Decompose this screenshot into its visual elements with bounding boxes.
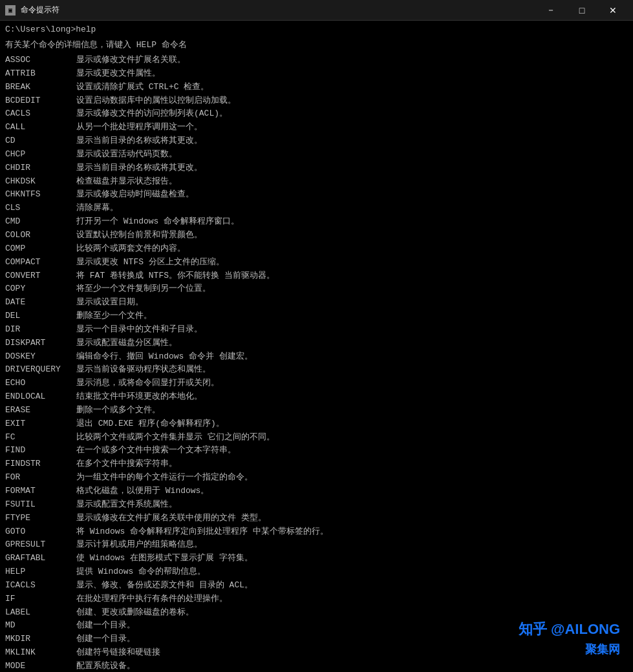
- table-row: ASSOC显示或修改文件扩展名关联。: [5, 54, 628, 67]
- cmd-name-cell: MKLINK: [5, 646, 76, 660]
- cmd-name-cell: COMPACT: [5, 256, 76, 269]
- cmd-desc-cell: 显示计算机或用户的组策略信息。: [76, 538, 628, 552]
- cmd-desc-cell: 显示或更改 NTFS 分区上文件的压缩。: [76, 256, 628, 269]
- cmd-desc-cell: 显示当前设备驱动程序状态和属性。: [76, 363, 628, 377]
- table-row: CHDIR显示当前目录的名称或将其更改。: [5, 162, 628, 175]
- cmd-name-cell: FC: [5, 431, 76, 445]
- cmd-name-cell: DRIVERQUERY: [5, 363, 76, 377]
- cmd-desc-cell: 显示或修改文件的访问控制列表(ACL)。: [76, 107, 628, 121]
- cmd-name-cell: COPY: [5, 282, 76, 296]
- cmd-desc-cell: 显示或配置文件系统属性。: [76, 498, 628, 512]
- title-bar-left: ▣ 命令提示符: [5, 5, 59, 16]
- cmd-desc-cell: 提供 Windows 命令的帮助信息。: [76, 565, 628, 579]
- table-row: DISKPART显示或配置磁盘分区属性。: [5, 337, 628, 350]
- cmd-desc-cell: 显示当前目录的名称或将其更改。: [76, 162, 628, 175]
- table-row: CHCP显示或设置活动代码页数。: [5, 148, 628, 162]
- table-row: CMD打开另一个 Windows 命令解释程序窗口。: [5, 215, 628, 229]
- cmd-name-cell: ATTRIB: [5, 67, 76, 81]
- maximize-button[interactable]: □: [567, 0, 597, 21]
- cmd-name-cell: MODE: [5, 660, 76, 672]
- cmd-desc-cell: 设置默认控制台前景和背景颜色。: [76, 229, 628, 242]
- table-row: FTYPE显示或修改在文件扩展名关联中使用的文件 类型。: [5, 512, 628, 525]
- cmd-name-cell: GPRESULT: [5, 538, 76, 552]
- cmd-name-cell: CHDIR: [5, 162, 76, 175]
- table-row: ECHO显示消息，或将命令回显打开或关闭。: [5, 377, 628, 390]
- table-row: GPRESULT显示计算机或用户的组策略信息。: [5, 538, 628, 552]
- cmd-name-cell: MD: [5, 619, 76, 633]
- cmd-name-cell: ASSOC: [5, 54, 76, 67]
- cmd-desc-cell: 将 FAT 卷转换成 NTFS。你不能转换 当前驱动器。: [76, 269, 628, 283]
- table-row: GRAFTABL使 Windows 在图形模式下显示扩展 字符集。: [5, 552, 628, 565]
- minimize-button[interactable]: －: [536, 0, 566, 21]
- cmd-name-cell: BCDEDIT: [5, 94, 76, 108]
- cmd-name-cell: FINDSTR: [5, 457, 76, 471]
- close-button[interactable]: ✕: [598, 0, 628, 21]
- table-row: CLS清除屏幕。: [5, 202, 628, 215]
- cmd-desc-cell: 格式化磁盘，以便用于 Windows。: [76, 485, 628, 498]
- cmd-desc-cell: 显示或设置活动代码页数。: [76, 148, 628, 162]
- cmd-desc-cell: 在一个或多个文件中搜索一个文本字符串。: [76, 444, 628, 457]
- cmd-name-cell: ERASE: [5, 404, 76, 417]
- cmd-desc-cell: 使 Windows 在图形模式下显示扩展 字符集。: [76, 552, 628, 565]
- table-row: COLOR设置默认控制台前景和背景颜色。: [5, 229, 628, 242]
- cmd-desc-cell: 比较两个文件或两个文件集并显示 它们之间的不同。: [76, 431, 628, 445]
- cmd-name-cell: ENDLOCAL: [5, 390, 76, 404]
- table-row: GOTO将 Windows 命令解释程序定向到批处理程序 中某个带标签的行。: [5, 525, 628, 539]
- cmd-name-cell: CLS: [5, 202, 76, 215]
- table-row: ERASE删除一个或多个文件。: [5, 404, 628, 417]
- cmd-name-cell: IF: [5, 593, 76, 606]
- prompt-line: C:\Users\long>help: [5, 23, 628, 36]
- table-row: COMPACT显示或更改 NTFS 分区上文件的压缩。: [5, 256, 628, 269]
- table-row: MODE配置系统设备。: [5, 660, 628, 672]
- cmd-name-cell: FOR: [5, 471, 76, 485]
- table-row: CACLS显示或修改文件的访问控制列表(ACL)。: [5, 107, 628, 121]
- table-row: CHKDSK检查磁盘并显示状态报告。: [5, 175, 628, 189]
- table-row: ATTRIB显示或更改文件属性。: [5, 67, 628, 81]
- cmd-name-cell: ECHO: [5, 377, 76, 390]
- cmd-name-cell: CHKNTFS: [5, 188, 76, 202]
- cmd-desc-cell: 为一组文件中的每个文件运行一个指定的命令。: [76, 471, 628, 485]
- cmd-desc-cell: 检查磁盘并显示状态报告。: [76, 175, 628, 189]
- cmd-name-cell: DOSKEY: [5, 350, 76, 364]
- cmd-desc-cell: 显示或设置日期。: [76, 296, 628, 310]
- cmd-desc-cell: 显示或修改启动时间磁盘检查。: [76, 188, 628, 202]
- cmd-name-cell: DIR: [5, 323, 76, 337]
- cmd-icon: ▣: [5, 5, 16, 16]
- table-row: CHKNTFS显示或修改启动时间磁盘检查。: [5, 188, 628, 202]
- table-row: FSUTIL显示或配置文件系统属性。: [5, 498, 628, 512]
- cmd-name-cell: DEL: [5, 310, 76, 323]
- window-title: 命令提示符: [21, 5, 59, 16]
- cmd-name-cell: LABEL: [5, 606, 76, 620]
- table-row: FINDSTR在多个文件中搜索字符串。: [5, 457, 628, 471]
- table-row: COMP比较两个或两套文件的内容。: [5, 242, 628, 256]
- cmd-name-cell: CALL: [5, 121, 76, 134]
- table-row: EXIT退出 CMD.EXE 程序(命令解释程序)。: [5, 417, 628, 431]
- cmd-name-cell: CMD: [5, 215, 76, 229]
- cmd-name-cell: FSUTIL: [5, 498, 76, 512]
- cmd-desc-cell: 清除屏幕。: [76, 202, 628, 215]
- cmd-desc-cell: 显示消息，或将命令回显打开或关闭。: [76, 377, 628, 390]
- cmd-desc-cell: 从另一个批处理程序调用这一个。: [76, 121, 628, 134]
- cmd-name-cell: FORMAT: [5, 485, 76, 498]
- cmd-desc-cell: 将 Windows 命令解释程序定向到批处理程序 中某个带标签的行。: [76, 525, 628, 539]
- table-row: BREAK设置或清除扩展式 CTRL+C 检查。: [5, 81, 628, 94]
- cmd-name-cell: CONVERT: [5, 269, 76, 283]
- cmd-name-cell: DATE: [5, 296, 76, 310]
- table-row: FOR为一组文件中的每个文件运行一个指定的命令。: [5, 471, 628, 485]
- table-row: FIND在一个或多个文件中搜索一个文本字符串。: [5, 444, 628, 457]
- cmd-desc-cell: 打开另一个 Windows 命令解释程序窗口。: [76, 215, 628, 229]
- cmd-desc-cell: 显示或更改文件属性。: [76, 67, 628, 81]
- commands-table: ASSOC显示或修改文件扩展名关联。ATTRIB显示或更改文件属性。BREAK设…: [5, 54, 628, 672]
- cmd-name-cell: CACLS: [5, 107, 76, 121]
- cmd-name-cell: MKDIR: [5, 633, 76, 646]
- table-row: DIR显示一个目录中的文件和子目录。: [5, 323, 628, 337]
- cmd-desc-cell: 设置或清除扩展式 CTRL+C 检查。: [76, 81, 628, 94]
- table-row: ENDLOCAL结束批文件中环境更改的本地化。: [5, 390, 628, 404]
- watermark-line2: 聚集网: [519, 640, 620, 659]
- cmd-name-cell: HELP: [5, 565, 76, 579]
- cmd-name-cell: EXIT: [5, 417, 76, 431]
- cmd-desc-cell: 比较两个或两套文件的内容。: [76, 242, 628, 256]
- cmd-desc-cell: 设置启动数据库中的属性以控制启动加载。: [76, 94, 628, 108]
- terminal-content: C:\Users\long>help 有关某个命令的详细信息，请键入 HELP …: [0, 21, 633, 672]
- cmd-name-cell: BREAK: [5, 81, 76, 94]
